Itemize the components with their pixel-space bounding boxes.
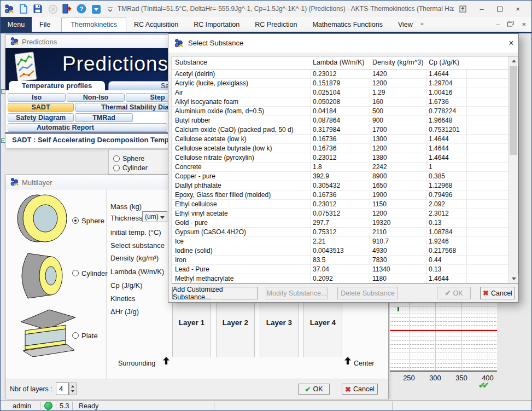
- table-cell: 1.00416: [429, 89, 452, 96]
- multilayer-cancel-button[interactable]: ✖ Cancel: [342, 384, 378, 395]
- spin-down-icon[interactable]: [71, 390, 74, 392]
- exit-door-icon[interactable]: [61, 3, 72, 14]
- table-cell: 0.217568: [429, 247, 456, 254]
- table-row[interactable]: Cellulose acetate butyrate (low k)0.1673…: [172, 144, 508, 153]
- table-row[interactable]: Ice2.21910.71.9246: [172, 237, 508, 246]
- status-state: Ready: [79, 402, 98, 410]
- float-window-button[interactable]: [457, 4, 469, 14]
- table-row[interactable]: Alkyl isocyanate foam0.0502081601.6736: [172, 97, 508, 107]
- dialog-cancel-button[interactable]: ✖ Cancel: [480, 287, 515, 299]
- sadt-button[interactable]: SADT: [8, 103, 74, 112]
- multilayer-ok-button[interactable]: ✔ OK: [298, 384, 330, 395]
- table-row[interactable]: Acetyl (delrin)0.2301214201.4644: [172, 70, 508, 79]
- menu-item-file[interactable]: File: [32, 17, 58, 32]
- layer-3-header: Layer 3: [260, 319, 298, 327]
- app-logo-icon: [10, 177, 19, 188]
- table-cell: 0.79496: [429, 191, 452, 199]
- close-button[interactable]: ×: [512, 4, 524, 14]
- table-row[interactable]: Gold - pure297.7193200.13: [172, 218, 508, 228]
- mdi-restore-button[interactable]: [507, 20, 514, 28]
- new-document-icon[interactable]: [18, 3, 29, 14]
- toolbar-overflow-icon[interactable]: [107, 6, 113, 13]
- table-row[interactable]: Lead - Pure37.04113400.13: [172, 265, 508, 274]
- iso-button[interactable]: Iso: [8, 93, 66, 102]
- menu-button[interactable]: Menu: [1, 17, 32, 32]
- layers-count-stepper[interactable]: [69, 383, 77, 395]
- menu-item-thermokinetics[interactable]: Thermokinetics: [61, 17, 126, 32]
- table-cell: Acetyl (delrin): [175, 70, 215, 78]
- table-row[interactable]: Iron83.578300.44: [172, 256, 508, 265]
- menu-item-rc-prediction[interactable]: RC Prediction: [247, 17, 305, 32]
- layer-2-column[interactable]: Layer 2: [216, 303, 255, 357]
- gridline: [435, 303, 436, 371]
- table-row[interactable]: Ethyl cellulose0.2301211502.092: [172, 200, 508, 209]
- gridline: [409, 303, 410, 371]
- spin-up-icon[interactable]: [71, 385, 74, 387]
- table-row[interactable]: Aluminium oxide (foam, d=0.5)0.041845000…: [172, 107, 508, 116]
- dialog-titlebar[interactable]: Select Substance ×: [168, 34, 518, 53]
- layer-3-column[interactable]: Layer 3: [260, 303, 299, 357]
- divider: [392, 402, 393, 410]
- save-icon[interactable]: [32, 3, 43, 14]
- help-icon[interactable]: ?: [76, 3, 87, 14]
- mdi-minimize-button[interactable]: –: [496, 20, 500, 28]
- table-row[interactable]: Methyl methacrylate0.209211801.4644: [172, 274, 508, 283]
- table-row[interactable]: Gypsum (CaSO4.4H2O)0.7531221101.08784: [172, 228, 508, 237]
- table-row[interactable]: Cellulose nitrate (pyroxylin)0.230121380…: [172, 153, 508, 163]
- sphere-radio[interactable]: [113, 155, 120, 162]
- menu-item-view[interactable]: View: [390, 17, 420, 32]
- table-row[interactable]: Air0.0251041.291.00416: [172, 88, 508, 97]
- layers-count-input[interactable]: [56, 383, 69, 395]
- automatic-report-button[interactable]: Automatic Report: [8, 123, 167, 132]
- scroll-up-icon[interactable]: [509, 56, 518, 66]
- table-cell: Diallyl phthalate: [175, 182, 221, 189]
- multilayer-sphere-radio[interactable]: [72, 217, 79, 224]
- maximize-button[interactable]: [494, 4, 506, 14]
- column-header-substance[interactable]: Substance: [175, 59, 207, 66]
- thickness-unit-select[interactable]: (um): [142, 211, 167, 222]
- multilayer-cylinder-radio[interactable]: [72, 270, 79, 276]
- cylinder-radio[interactable]: [113, 165, 120, 171]
- table-row[interactable]: Butyl rubber0.0878649001.96648: [172, 116, 508, 125]
- table-row[interactable]: Ethyl vinyl acetate0.07531212002.3012: [172, 209, 508, 218]
- table-row[interactable]: Epoxy, Glass fiber filled (molded)0.1673…: [172, 190, 508, 200]
- layer-4-column[interactable]: Layer 4: [303, 303, 342, 357]
- menu-item-rc-importation[interactable]: RC Importation: [186, 17, 247, 32]
- lambda-field-label: Lambda (W/m/K): [110, 268, 164, 276]
- scroll-down-icon[interactable]: [509, 274, 518, 283]
- table-row[interactable]: Calcium oxide (CaO) (packed pwd, 50 d)0.…: [172, 125, 508, 135]
- dialog-close-button[interactable]: ×: [505, 37, 517, 49]
- table-row[interactable]: Concrete1.822421: [172, 163, 508, 172]
- table-cell: 37.04: [313, 265, 329, 273]
- safety-diagram-button[interactable]: Safety Diagram: [8, 113, 74, 122]
- table-cell: Methyl methacrylate: [175, 275, 233, 282]
- delete-substance-button: Delete Substance: [337, 287, 398, 299]
- checkbox-dropdown-icon[interactable]: [91, 4, 102, 15]
- vertical-scrollbar[interactable]: [508, 56, 518, 283]
- menu-item-mathematics-functions[interactable]: Mathematics Functions: [305, 17, 390, 32]
- mdi-close-button[interactable]: ×: [522, 20, 526, 28]
- tmrad-button[interactable]: TMRad: [75, 113, 133, 122]
- table-cell: Alkyl isocyanate foam: [175, 98, 238, 106]
- table-header-row[interactable]: Substance Lambda (W/m/K) Density (kg/m^3…: [172, 56, 508, 70]
- non-iso-button[interactable]: Non-Iso: [67, 93, 125, 102]
- column-header-density[interactable]: Density (kg/m^3): [372, 59, 423, 66]
- column-header-cp[interactable]: Cp (J/g/K): [429, 59, 459, 66]
- multilayer-plate-radio[interactable]: [72, 332, 79, 339]
- table-row[interactable]: Acrylic (lucite, plexiglass)0.1518791200…: [172, 79, 508, 88]
- table-row[interactable]: Copper - pure392.989000.385: [172, 172, 508, 181]
- menu-item-rc-acquisition[interactable]: RC Acquisition: [126, 17, 186, 32]
- add-customized-substance-button[interactable]: Add Customized Substance...: [172, 287, 258, 299]
- table-row[interactable]: Cellulose acetate (low k)0.1673613001.46…: [172, 135, 508, 144]
- table-row[interactable]: Iodine (solid)0.004351349300.217568: [172, 246, 508, 256]
- menu-overflow-icon[interactable]: »: [420, 17, 424, 32]
- table-cell: 1420: [372, 70, 387, 78]
- scrollbar-thumb[interactable]: [510, 66, 517, 155]
- cancel-label: Cancel: [491, 290, 512, 297]
- layer-1-column[interactable]: Layer 1: [172, 303, 211, 357]
- tab-temperature-profiles[interactable]: Temperature profiles: [9, 81, 105, 90]
- mdi-window-controls: – ×: [496, 17, 531, 32]
- minimize-button[interactable]: –: [476, 4, 488, 14]
- table-row[interactable]: Diallyl phthalate0.30543216501.12968: [172, 181, 508, 190]
- column-header-lambda[interactable]: Lambda (W/m/K): [313, 59, 364, 66]
